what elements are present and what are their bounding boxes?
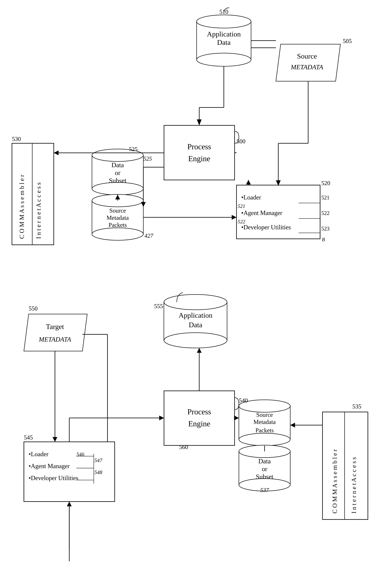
svg-text:•Developer Utilities: •Developer Utilities [241, 224, 291, 231]
comm-assembler-535: C O M M A s s e m b l e r I n t e r n e … [323, 403, 368, 520]
process-engine-500: Process Engine 500 [164, 125, 245, 180]
data-subset-537: Data or Subset 537 [239, 445, 290, 493]
svg-text:Data: Data [217, 38, 230, 46]
svg-text:•Loader: •Loader [241, 194, 261, 201]
comm-assembler-530: C O M M A s s e m b l e r I n t e r n e … [12, 136, 54, 245]
svg-point-17 [92, 182, 143, 195]
svg-text:Packets: Packets [256, 427, 274, 434]
svg-text:•Loader: •Loader [29, 451, 48, 458]
svg-text:C O M M  A s s e m b l e r: C O M M A s s e m b l e r [18, 175, 25, 239]
svg-marker-73 [24, 314, 87, 351]
svg-text:Data: Data [258, 458, 271, 465]
svg-text:or: or [115, 169, 120, 176]
svg-text:522: 522 [238, 219, 245, 224]
svg-text:Application: Application [207, 30, 241, 38]
svg-text:500: 500 [236, 138, 245, 145]
svg-point-83 [239, 433, 290, 446]
svg-text:METADATA: METADATA [291, 64, 323, 71]
svg-text:540: 540 [239, 397, 248, 404]
svg-text:C O M M  A s s e m b l e r: C O M M A s s e m b l e r [331, 449, 338, 513]
loader-agent-545: •Loader •Agent Manager •Developer Utilit… [24, 434, 115, 502]
diagram-container: Application Data 510 Source METADATA 505… [0, 0, 392, 572]
svg-text:521: 521 [321, 194, 329, 201]
svg-point-25 [92, 228, 143, 240]
svg-text:550: 550 [29, 305, 38, 312]
svg-text:560: 560 [179, 444, 188, 450]
application-data-555: Application Data 555 [154, 293, 227, 348]
svg-text:521: 521 [238, 203, 245, 209]
svg-text:525: 525 [143, 156, 152, 162]
svg-point-3 [196, 53, 251, 66]
svg-text:Engine: Engine [188, 419, 210, 428]
svg-text:523: 523 [321, 226, 329, 232]
svg-text:Subset: Subset [109, 177, 127, 184]
svg-text:•Agent Manager: •Agent Manager [29, 463, 70, 469]
svg-point-68 [164, 294, 227, 310]
svg-text:Data: Data [189, 321, 202, 329]
svg-marker-7 [276, 44, 340, 81]
svg-text:548: 548 [94, 469, 102, 475]
svg-text:505: 505 [343, 38, 352, 44]
svg-text:Engine: Engine [188, 154, 210, 163]
svg-text:555: 555 [154, 303, 163, 309]
svg-rect-11 [164, 125, 235, 180]
svg-rect-103 [323, 412, 368, 520]
loader-agent-520: •Loader 521 •Agent Manager 522 •Develope… [236, 180, 330, 239]
svg-text:Process: Process [187, 407, 211, 416]
svg-text:METADATA: METADATA [39, 336, 71, 343]
svg-point-2 [196, 15, 251, 28]
svg-text:Application: Application [179, 311, 212, 319]
svg-text:I n t e r n e t  A c c e s s: I n t e r n e t A c c e s s [350, 457, 357, 513]
svg-text:B: B [322, 237, 325, 242]
svg-text:Source: Source [297, 52, 317, 60]
svg-text:427: 427 [145, 233, 153, 239]
svg-text:Source: Source [109, 207, 126, 214]
svg-text:Target: Target [46, 323, 64, 331]
svg-text:•Developer Utilities: •Developer Utilities [29, 475, 78, 481]
svg-text:530: 530 [12, 136, 21, 142]
svg-text:545: 545 [24, 434, 33, 441]
process-engine-560: Process Engine 560 [164, 391, 235, 450]
svg-text:Source: Source [256, 411, 273, 418]
svg-text:535: 535 [352, 403, 361, 410]
svg-text:Subset: Subset [256, 473, 273, 480]
svg-text:537: 537 [260, 487, 269, 493]
svg-text:520: 520 [321, 180, 330, 186]
svg-text:547: 547 [94, 458, 102, 463]
svg-text:•Agent Manager: •Agent Manager [241, 209, 282, 216]
svg-text:522: 522 [321, 210, 329, 216]
svg-text:or: or [262, 465, 267, 473]
svg-text:Metadata: Metadata [253, 419, 276, 425]
svg-text:Data: Data [112, 161, 124, 169]
svg-text:I n t e r n e t  A c c e s s: I n t e r n e t A c c e s s [35, 182, 42, 239]
svg-text:525: 525 [129, 146, 138, 152]
svg-text:546: 546 [76, 451, 84, 457]
svg-text:Packets: Packets [109, 222, 127, 228]
svg-text:Process: Process [187, 142, 211, 151]
svg-rect-40 [12, 143, 54, 245]
source-metadata-packets-540: Source Metadata Packets 540 [239, 397, 290, 446]
svg-text:Metadata: Metadata [107, 214, 129, 221]
svg-point-69 [164, 333, 227, 348]
svg-rect-77 [164, 391, 235, 445]
